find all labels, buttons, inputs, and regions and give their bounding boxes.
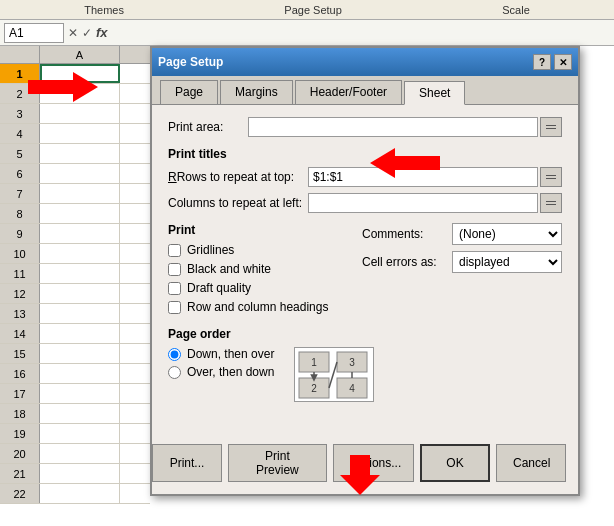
grid-cell — [40, 244, 120, 263]
svg-rect-5 — [546, 201, 556, 202]
page-order-diagram: 1 3 2 4 — [294, 347, 374, 402]
cancel-button[interactable]: Cancel — [496, 444, 566, 482]
toolbar-page-setup: Page Setup — [284, 4, 342, 16]
bottom-arrow-icon — [340, 455, 420, 495]
grid-cell — [40, 444, 120, 463]
black-and-white-row: Black and white — [168, 262, 352, 276]
left-arrow-icon — [28, 72, 98, 102]
svg-line-16 — [329, 362, 337, 388]
table-row: 16 — [0, 364, 150, 384]
row-header-8: 8 — [0, 204, 40, 223]
comments-select[interactable]: (None) — [452, 223, 562, 245]
row-header-13: 13 — [0, 304, 40, 323]
svg-rect-6 — [546, 204, 556, 205]
svg-rect-1 — [546, 125, 556, 126]
over-then-down-radio[interactable] — [168, 366, 181, 379]
draft-quality-checkbox[interactable] — [168, 282, 181, 295]
spreadsheet-grid: A 1 2 3 4 5 6 7 8 9 10 11 12 13 14 15 16… — [0, 46, 150, 526]
cell-errors-row: Cell errors as: displayed — [362, 251, 562, 273]
draft-quality-label: Draft quality — [187, 281, 251, 295]
cell-errors-label: Cell errors as: — [362, 255, 452, 269]
print-button[interactable]: Print... — [152, 444, 222, 482]
row-header-5: 5 — [0, 144, 40, 163]
ok-button[interactable]: OK — [420, 444, 490, 482]
table-row: 5 — [0, 144, 150, 164]
print-section-label: Print — [168, 223, 352, 237]
rows-to-repeat-collapse-btn[interactable] — [540, 167, 562, 187]
tab-margins[interactable]: Margins — [220, 80, 293, 104]
cols-to-repeat-collapse-btn[interactable] — [540, 193, 562, 213]
row-header-10: 10 — [0, 244, 40, 263]
table-row: 12 — [0, 284, 150, 304]
row-header-21: 21 — [0, 464, 40, 483]
table-row: 8 — [0, 204, 150, 224]
svg-marker-0 — [28, 72, 98, 102]
comments-label: Comments: — [362, 227, 452, 241]
table-row: 13 — [0, 304, 150, 324]
grid-cell — [40, 144, 120, 163]
name-box[interactable]: A1 — [4, 23, 64, 43]
print-area-input[interactable] — [248, 117, 538, 137]
table-row: 4 — [0, 124, 150, 144]
down-then-over-row: Down, then over — [168, 347, 274, 361]
svg-text:2: 2 — [312, 383, 318, 394]
dialog-title: Page Setup — [158, 55, 223, 69]
help-button[interactable]: ? — [533, 54, 551, 70]
grid-cell — [40, 164, 120, 183]
page-order-radios: Down, then over Over, then down — [168, 347, 274, 383]
svg-text:3: 3 — [350, 357, 356, 368]
toolbar: Themes Page Setup Scale — [0, 0, 614, 20]
tabs-row: Page Margins Header/Footer Sheet — [152, 76, 578, 105]
down-then-over-radio[interactable] — [168, 348, 181, 361]
black-and-white-checkbox[interactable] — [168, 263, 181, 276]
grid-cell — [40, 384, 120, 403]
right-arrow-icon — [340, 148, 440, 178]
over-then-down-label: Over, then down — [187, 365, 274, 379]
print-area-label: Print area: — [168, 120, 248, 134]
confirm-icon[interactable]: ✓ — [82, 26, 92, 40]
black-and-white-label: Black and white — [187, 262, 271, 276]
down-then-over-label: Down, then over — [187, 347, 274, 361]
row-header-3: 3 — [0, 104, 40, 123]
grid-cell — [40, 104, 120, 123]
close-button[interactable]: ✕ — [554, 54, 572, 70]
formula-icons: ✕ ✓ — [68, 26, 92, 40]
grid-cell — [40, 464, 120, 483]
row-header-12: 12 — [0, 284, 40, 303]
row-header-6: 6 — [0, 164, 40, 183]
row-header-17: 17 — [0, 384, 40, 403]
print-area-collapse-btn[interactable] — [540, 117, 562, 137]
cols-to-repeat-input[interactable] — [308, 193, 538, 213]
row-header-7: 7 — [0, 184, 40, 203]
svg-marker-19 — [340, 455, 380, 495]
print-area-row: Print area: — [168, 117, 562, 137]
row-header-11: 11 — [0, 264, 40, 283]
table-row: 7 — [0, 184, 150, 204]
cancel-icon[interactable]: ✕ — [68, 26, 78, 40]
table-row: 9 — [0, 224, 150, 244]
comments-row: Comments: (None) — [362, 223, 562, 245]
page-setup-dialog: Page Setup ? ✕ Page Margins Header/Foote… — [150, 46, 580, 496]
svg-rect-3 — [546, 175, 556, 176]
row-col-headings-checkbox[interactable] — [168, 301, 181, 314]
print-checkboxes-col: Print Gridlines Black and white Draft qu… — [168, 223, 352, 319]
table-row: 10 — [0, 244, 150, 264]
table-row: 6 — [0, 164, 150, 184]
tab-header-footer[interactable]: Header/Footer — [295, 80, 402, 104]
cell-errors-select[interactable]: displayed — [452, 251, 562, 273]
grid-cell — [40, 304, 120, 323]
tab-sheet[interactable]: Sheet — [404, 81, 465, 105]
cols-to-repeat-label: Columns to repeat at left: — [168, 196, 308, 210]
print-preview-button[interactable]: Print Preview — [228, 444, 327, 482]
titlebar-buttons: ? ✕ — [533, 54, 572, 70]
row-header-15: 15 — [0, 344, 40, 363]
fx-label: fx — [96, 25, 108, 40]
row-header-9: 9 — [0, 224, 40, 243]
tab-page[interactable]: Page — [160, 80, 218, 104]
grid-cell — [40, 124, 120, 143]
grid-cell — [40, 324, 120, 343]
grid-cell — [40, 484, 120, 503]
gridlines-checkbox[interactable] — [168, 244, 181, 257]
dialog-titlebar: Page Setup ? ✕ — [152, 48, 578, 76]
table-row: 3 — [0, 104, 150, 124]
